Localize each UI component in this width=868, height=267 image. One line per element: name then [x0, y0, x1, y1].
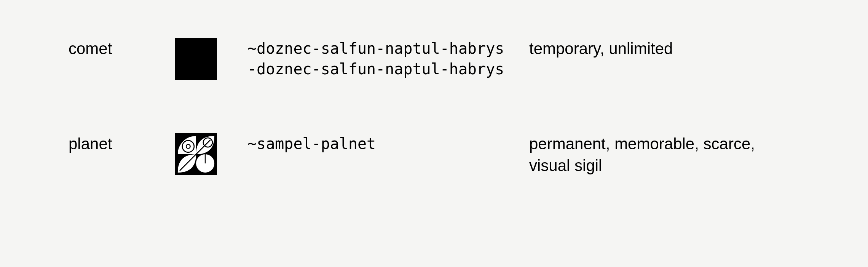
comet-sigil-cell [175, 38, 247, 80]
planet-sigil-icon [175, 133, 217, 175]
planet-name: ~sampel-palnet [247, 133, 529, 154]
comet-name: ~doznec-salfun-naptul-habrys -doznec-sal… [247, 38, 529, 79]
planet-sigil-cell [175, 133, 247, 175]
comet-label: comet [69, 38, 175, 60]
comet-sigil-icon [175, 38, 217, 80]
svg-point-2 [186, 144, 190, 148]
comet-description: temporary, unlimited [529, 38, 799, 60]
planet-label: planet [69, 133, 175, 155]
planet-description: permanent, memorable, scarce, visual sig… [529, 133, 799, 176]
planet-row: planet [69, 133, 799, 176]
comet-row: comet ~doznec-salfun-naptul-habrys -dozn… [69, 38, 799, 80]
